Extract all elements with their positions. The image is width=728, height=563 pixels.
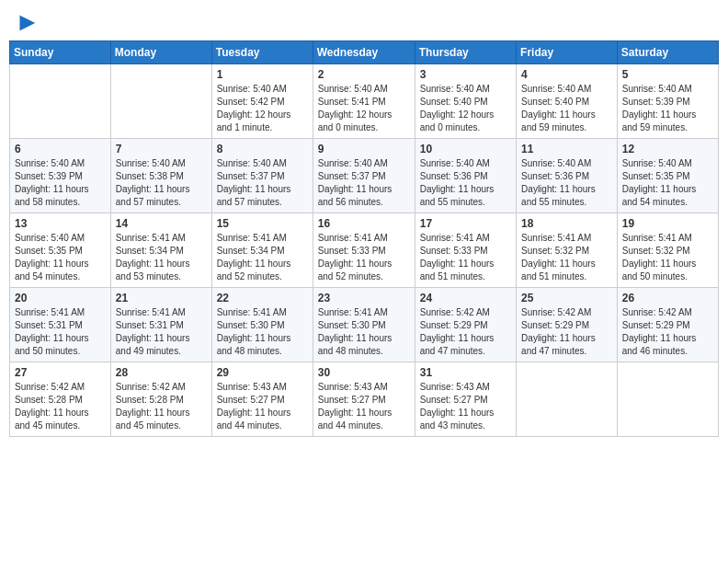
calendar-day-cell: 21Sunrise: 5:41 AM Sunset: 5:31 PM Dayli… — [110, 288, 211, 362]
day-info: Sunrise: 5:40 AM Sunset: 5:39 PM Dayligh… — [622, 83, 713, 134]
calendar-day-cell: 7Sunrise: 5:40 AM Sunset: 5:38 PM Daylig… — [110, 139, 211, 213]
day-info: Sunrise: 5:41 AM Sunset: 5:33 PM Dayligh… — [420, 232, 511, 283]
calendar-week-row: 1Sunrise: 5:40 AM Sunset: 5:42 PM Daylig… — [10, 64, 719, 139]
day-number: 28 — [116, 366, 207, 379]
day-number: 15 — [217, 217, 308, 230]
day-number: 29 — [217, 366, 308, 379]
day-number: 5 — [622, 68, 713, 81]
day-info: Sunrise: 5:41 AM Sunset: 5:34 PM Dayligh… — [116, 232, 207, 283]
day-number: 3 — [420, 68, 511, 81]
day-number: 20 — [15, 292, 106, 304]
calendar-day-cell — [617, 362, 718, 437]
calendar-day-cell: 28Sunrise: 5:42 AM Sunset: 5:28 PM Dayli… — [110, 362, 211, 437]
weekday-header: Sunday — [10, 41, 111, 64]
day-info: Sunrise: 5:41 AM Sunset: 5:31 PM Dayligh… — [15, 306, 106, 358]
day-info: Sunrise: 5:41 AM Sunset: 5:31 PM Dayligh… — [116, 306, 207, 358]
day-number: 9 — [318, 143, 410, 155]
day-number: 2 — [318, 68, 410, 81]
day-number: 23 — [318, 292, 410, 304]
calendar-day-cell: 19Sunrise: 5:41 AM Sunset: 5:32 PM Dayli… — [617, 213, 718, 288]
calendar-day-cell: 26Sunrise: 5:42 AM Sunset: 5:29 PM Dayli… — [617, 288, 718, 362]
calendar-day-cell: 12Sunrise: 5:40 AM Sunset: 5:35 PM Dayli… — [617, 139, 718, 213]
calendar-day-cell: 30Sunrise: 5:43 AM Sunset: 5:27 PM Dayli… — [313, 362, 415, 437]
day-info: Sunrise: 5:40 AM Sunset: 5:37 PM Dayligh… — [217, 157, 308, 209]
calendar-day-cell: 9Sunrise: 5:40 AM Sunset: 5:37 PM Daylig… — [313, 139, 415, 213]
weekday-header: Tuesday — [211, 41, 313, 64]
day-info: Sunrise: 5:42 AM Sunset: 5:29 PM Dayligh… — [521, 306, 612, 358]
day-info: Sunrise: 5:40 AM Sunset: 5:42 PM Dayligh… — [217, 83, 308, 134]
weekday-header: Wednesday — [313, 41, 415, 64]
weekday-header: Friday — [517, 41, 618, 64]
day-info: Sunrise: 5:42 AM Sunset: 5:28 PM Dayligh… — [116, 381, 207, 432]
day-info: Sunrise: 5:41 AM Sunset: 5:34 PM Dayligh… — [217, 232, 308, 283]
day-info: Sunrise: 5:40 AM Sunset: 5:40 PM Dayligh… — [420, 83, 511, 134]
day-number: 27 — [15, 366, 106, 379]
day-info: Sunrise: 5:40 AM Sunset: 5:40 PM Dayligh… — [521, 83, 612, 134]
calendar-day-cell: 3Sunrise: 5:40 AM Sunset: 5:40 PM Daylig… — [415, 64, 516, 139]
calendar-day-cell: 23Sunrise: 5:41 AM Sunset: 5:30 PM Dayli… — [313, 288, 415, 362]
day-info: Sunrise: 5:43 AM Sunset: 5:27 PM Dayligh… — [318, 381, 410, 432]
calendar-day-cell: 20Sunrise: 5:41 AM Sunset: 5:31 PM Dayli… — [10, 288, 111, 362]
calendar-header-row: SundayMondayTuesdayWednesdayThursdayFrid… — [10, 41, 719, 64]
day-number: 4 — [521, 68, 612, 81]
calendar-day-cell: 2Sunrise: 5:40 AM Sunset: 5:41 PM Daylig… — [313, 64, 415, 139]
calendar-day-cell: 17Sunrise: 5:41 AM Sunset: 5:33 PM Dayli… — [415, 213, 516, 288]
day-info: Sunrise: 5:40 AM Sunset: 5:35 PM Dayligh… — [622, 157, 713, 209]
logo: ► — [13, 9, 40, 35]
calendar-day-cell: 25Sunrise: 5:42 AM Sunset: 5:29 PM Dayli… — [517, 288, 618, 362]
day-number: 18 — [521, 217, 612, 230]
calendar-day-cell — [10, 64, 111, 139]
day-number: 8 — [217, 143, 308, 155]
day-info: Sunrise: 5:43 AM Sunset: 5:27 PM Dayligh… — [420, 381, 511, 432]
day-number: 10 — [420, 143, 511, 155]
day-number: 14 — [116, 217, 207, 230]
calendar-day-cell: 14Sunrise: 5:41 AM Sunset: 5:34 PM Dayli… — [110, 213, 211, 288]
calendar-day-cell: 29Sunrise: 5:43 AM Sunset: 5:27 PM Dayli… — [211, 362, 313, 437]
page-header: ► — [9, 9, 719, 35]
day-number: 12 — [622, 143, 713, 155]
calendar-week-row: 13Sunrise: 5:40 AM Sunset: 5:35 PM Dayli… — [10, 213, 719, 288]
day-number: 22 — [217, 292, 308, 304]
day-number: 19 — [622, 217, 713, 230]
day-info: Sunrise: 5:41 AM Sunset: 5:30 PM Dayligh… — [217, 306, 308, 358]
day-number: 7 — [116, 143, 207, 155]
calendar-day-cell — [110, 64, 211, 139]
day-info: Sunrise: 5:40 AM Sunset: 5:37 PM Dayligh… — [318, 157, 410, 209]
day-info: Sunrise: 5:41 AM Sunset: 5:30 PM Dayligh… — [318, 306, 410, 358]
day-info: Sunrise: 5:41 AM Sunset: 5:33 PM Dayligh… — [318, 232, 410, 283]
day-info: Sunrise: 5:40 AM Sunset: 5:39 PM Dayligh… — [15, 157, 106, 209]
calendar-day-cell: 15Sunrise: 5:41 AM Sunset: 5:34 PM Dayli… — [211, 213, 313, 288]
calendar-day-cell: 31Sunrise: 5:43 AM Sunset: 5:27 PM Dayli… — [415, 362, 516, 437]
day-number: 17 — [420, 217, 511, 230]
calendar-week-row: 27Sunrise: 5:42 AM Sunset: 5:28 PM Dayli… — [10, 362, 719, 437]
day-number: 30 — [318, 366, 410, 379]
calendar-day-cell: 6Sunrise: 5:40 AM Sunset: 5:39 PM Daylig… — [10, 139, 111, 213]
calendar-day-cell: 11Sunrise: 5:40 AM Sunset: 5:36 PM Dayli… — [517, 139, 618, 213]
calendar-day-cell: 18Sunrise: 5:41 AM Sunset: 5:32 PM Dayli… — [517, 213, 618, 288]
calendar-table: SundayMondayTuesdayWednesdayThursdayFrid… — [9, 40, 719, 437]
day-number: 6 — [15, 143, 106, 155]
calendar-day-cell — [517, 362, 618, 437]
day-info: Sunrise: 5:41 AM Sunset: 5:32 PM Dayligh… — [521, 232, 612, 283]
day-info: Sunrise: 5:40 AM Sunset: 5:35 PM Dayligh… — [15, 232, 106, 283]
day-info: Sunrise: 5:40 AM Sunset: 5:41 PM Dayligh… — [318, 83, 410, 134]
day-number: 1 — [217, 68, 308, 81]
day-info: Sunrise: 5:42 AM Sunset: 5:29 PM Dayligh… — [622, 306, 713, 358]
calendar-day-cell: 22Sunrise: 5:41 AM Sunset: 5:30 PM Dayli… — [211, 288, 313, 362]
calendar-day-cell: 1Sunrise: 5:40 AM Sunset: 5:42 PM Daylig… — [211, 64, 313, 139]
calendar-day-cell: 27Sunrise: 5:42 AM Sunset: 5:28 PM Dayli… — [10, 362, 111, 437]
calendar-week-row: 6Sunrise: 5:40 AM Sunset: 5:39 PM Daylig… — [10, 139, 719, 213]
day-info: Sunrise: 5:42 AM Sunset: 5:28 PM Dayligh… — [15, 381, 106, 432]
calendar-day-cell: 10Sunrise: 5:40 AM Sunset: 5:36 PM Dayli… — [415, 139, 516, 213]
weekday-header: Thursday — [415, 41, 516, 64]
day-number: 21 — [116, 292, 207, 304]
weekday-header: Saturday — [617, 41, 718, 64]
weekday-header: Monday — [110, 41, 211, 64]
logo-arrow-icon: ► — [15, 9, 40, 35]
day-number: 25 — [521, 292, 612, 304]
calendar-day-cell: 16Sunrise: 5:41 AM Sunset: 5:33 PM Dayli… — [313, 213, 415, 288]
day-info: Sunrise: 5:42 AM Sunset: 5:29 PM Dayligh… — [420, 306, 511, 358]
calendar-day-cell: 13Sunrise: 5:40 AM Sunset: 5:35 PM Dayli… — [10, 213, 111, 288]
calendar-day-cell: 8Sunrise: 5:40 AM Sunset: 5:37 PM Daylig… — [211, 139, 313, 213]
calendar-day-cell: 5Sunrise: 5:40 AM Sunset: 5:39 PM Daylig… — [617, 64, 718, 139]
